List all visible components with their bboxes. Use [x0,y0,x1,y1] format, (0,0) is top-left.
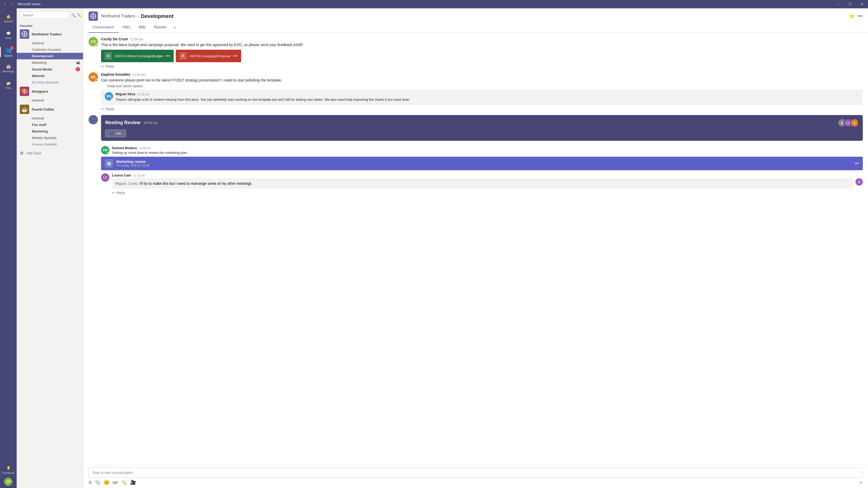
miguel-text: There's still quite a bit of content mis… [116,97,859,102]
thread-reply-indicator[interactable]: Kadji and Jakob replied [107,84,863,88]
meeting-time: 10:58 am [144,121,158,125]
attendee-3: A [850,119,859,127]
meeting-video-icon: 📹 [91,117,96,122]
channel-weekly-specials[interactable]: Weekly Specials [17,135,83,141]
channel-marketing-fc[interactable]: Marketing [17,128,83,135]
cecily-reply-button[interactable]: ↩ Reply [101,64,863,68]
activity-icon: 🔔 [6,14,11,19]
tab-planner[interactable]: Planner [150,23,170,33]
back-button[interactable]: ‹ [2,1,8,7]
miguel-time: 11:16 am [137,93,149,96]
channel-marketing-nw[interactable]: Marketing 📹 [17,59,83,66]
more-options-icon[interactable]: ••• [858,13,863,19]
emoji-icon[interactable]: 😊 [104,480,110,485]
channel-website[interactable]: Website [17,73,83,79]
header-actions: ⭐ ••• [849,13,863,19]
forward-button[interactable]: › [9,1,16,7]
nav-chat[interactable]: 💬 Chat [0,27,17,44]
channel-customer-accounts[interactable]: Customer Accounts [17,46,83,53]
message-cecily: CD Cecily De Crum 11:00 am This is the l… [89,37,863,68]
meeting-title: Meeting Review [105,120,141,125]
cecily-name: Cecily De Crum [101,37,128,41]
excel-icon: X [105,52,112,60]
channel-development[interactable]: Development [17,53,83,59]
close-button[interactable]: ✕ [856,0,868,8]
tab-wiki[interactable]: Wiki [134,23,150,33]
daphne-initials: DK [91,75,96,79]
nav-files[interactable]: 📁 Files [0,77,17,94]
compose-input[interactable]: Start a new conversation [89,468,863,478]
messages-area: CD Cecily De Crum 11:00 am This is the l… [83,33,868,465]
gif-icon[interactable]: GIF [113,481,118,485]
tab-files[interactable]: Files [119,23,135,33]
daphne-body: Daphne Knowles 11:05 am Can someone plea… [101,72,863,111]
attach-icon[interactable]: 📎 [95,480,100,485]
daphne-online [95,79,98,82]
breadcrumb-team[interactable]: Northwind Traders [101,14,135,19]
titlebar-left: ‹ › Microsoft Teams [0,1,40,7]
calendar-card[interactable]: ▦ Marketing review Thursday, 15th @ 10:3… [101,157,863,170]
calendar-more-icon[interactable]: ••• [855,161,859,166]
calendar-info: Marketing review Thursday, 15th @ 10:30 [116,160,851,167]
add-team-button[interactable]: ⊕ Add Team [17,148,83,159]
ppt-more-icon[interactable]: ••• [233,54,238,58]
favorite-icon[interactable]: ⭐ [849,13,855,19]
northwind-logo [20,29,29,39]
social-media-badge: 2 [76,67,80,71]
daphne-time: 11:05 am [132,73,146,76]
channel-fun-stuff[interactable]: Fun stuff [17,122,83,128]
nav-meetings[interactable]: 📅 Meetings [0,60,17,77]
format-icon[interactable]: A [89,480,92,485]
channel-general-nw[interactable]: General [17,40,83,46]
breadcrumb-channel: Development [141,13,174,19]
nav-feedback[interactable]: 💡 Feedback [0,464,17,477]
send-button[interactable]: ➤ [859,480,863,485]
excel-more-icon[interactable]: ••• [166,54,170,58]
titlebar-title: Microsoft Teams [18,2,40,6]
add-tab-button[interactable]: + [170,23,180,33]
fourth-coffee-more-channels[interactable]: 4 more channels [17,141,83,148]
search-icon[interactable]: 🔍 [71,13,76,18]
titlebar-controls: ─ ☐ ✕ [832,0,868,8]
tab-conversation[interactable]: Conversation [89,23,119,33]
join-meeting-button[interactable]: 📹 Join [105,130,126,137]
nav-teams[interactable]: 2 👥 Teams [0,44,17,60]
search-input[interactable] [20,11,69,19]
channel-general-designers[interactable]: General [17,97,83,104]
user-avatar[interactable]: JD [4,478,12,486]
message-daphne: DK Daphne Knowles 11:05 am Can someone p… [89,72,863,111]
miguel-name: Miguel Silva [116,92,135,96]
daniela-avatar: DM [101,146,110,154]
channel-general-fc[interactable]: General [17,115,83,122]
louisa-reaction-icon: @ [856,178,863,186]
compose-icon[interactable]: ✏️ [78,13,82,18]
daniela-header: Daniela Madera 11:00 am [112,146,863,150]
northwind-more-channels[interactable]: 32 more channels [17,79,83,86]
excel-file-card[interactable]: X 160724-WinterCampaignBudget ••• [101,50,174,62]
team-northwind[interactable]: Northwind Traders ••• [17,28,83,40]
user-online-indicator [10,483,12,486]
northwind-name: Northwind Traders [32,32,73,36]
fourth-coffee-name: Fourth Coffee [32,107,73,111]
team-fourth-coffee[interactable]: ☕ Fourth Coffee ••• [17,104,83,115]
ppt-filename: 160724-CampaignProposal [189,54,230,58]
fourth-coffee-avatar: ☕ [20,105,29,114]
daniela-message-row: DM Daniela Madera 11:00 am Setting up so… [101,146,863,155]
sidebar-content: Favorites Northwind Traders ••• General … [17,22,83,488]
ppt-file-card[interactable]: P 160724-CampaignProposal ••• [176,50,241,62]
louisa-reply-button[interactable]: ↩ Reply [112,191,863,195]
channel-social-media[interactable]: Social Media 2 [17,66,83,73]
team-designers[interactable]: 🎨 Designers ••• [17,86,83,97]
thread-label: Kadji and Jakob replied [107,84,143,88]
main-header: Northwind Traders › Development ⭐ ••• Co… [83,8,868,33]
user-initials: JD [6,480,10,484]
minimize-button[interactable]: ─ [832,0,844,8]
calendar-icon: ▦ [105,159,113,168]
feedback-icon: 💡 [6,466,11,470]
maximize-button[interactable]: ☐ [844,0,856,8]
video-icon[interactable]: 🎥 [130,480,136,485]
cecily-initials: CD [91,39,96,44]
sticker-icon[interactable]: 🏷️ [121,480,127,485]
daphne-reply-button[interactable]: ↩ Reply [101,107,863,111]
nav-activity[interactable]: 🔔 Activity [0,10,17,27]
